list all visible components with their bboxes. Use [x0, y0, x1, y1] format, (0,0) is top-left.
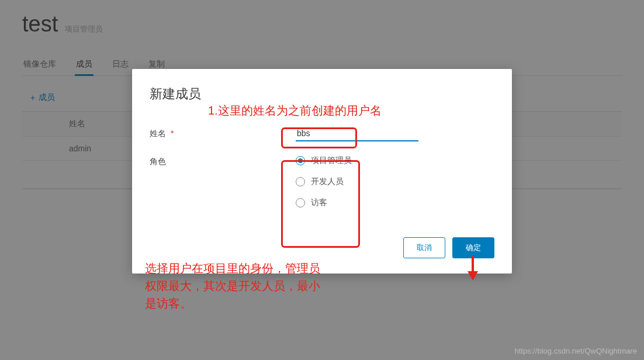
annotation-text-2: 选择用户在项目里的身份，管理员 权限最大，其次是开发人员，最小 是访客。 — [145, 259, 320, 312]
radio-label: 开发人员 — [311, 176, 344, 187]
modal-title: 新建成员 — [150, 85, 494, 103]
radio-developer[interactable]: 开发人员 — [296, 176, 494, 187]
watermark: https://blog.csdn.net/QwQNightmare — [514, 347, 637, 355]
name-label: 姓名 * — [150, 126, 296, 139]
radio-icon — [296, 156, 305, 165]
modal-overlay: 新建成员 姓名 * 角色 项目管理员 开发人员 — [0, 0, 644, 360]
name-input[interactable] — [296, 126, 418, 141]
annotation-text-1: 1.这里的姓名为之前创建的用户名 — [208, 103, 489, 119]
annotation-text-2-line3: 是访客。 — [145, 295, 320, 312]
form-row-name: 姓名 * — [150, 126, 494, 141]
radio-label: 访客 — [311, 198, 327, 208]
annotation-text-2-line1: 选择用户在项目里的身份，管理员 — [145, 259, 320, 277]
radio-icon — [296, 177, 305, 186]
radio-project-admin[interactable]: 项目管理员 — [296, 155, 494, 166]
radio-guest[interactable]: 访客 — [296, 198, 494, 208]
cancel-button[interactable]: 取消 — [403, 237, 445, 258]
annotation-text-2-line2: 权限最大，其次是开发人员，最小 — [145, 277, 320, 295]
required-asterisk: * — [171, 129, 174, 138]
role-label: 角色 — [150, 154, 296, 167]
role-radio-group: 项目管理员 开发人员 访客 — [296, 154, 494, 208]
new-member-modal: 新建成员 姓名 * 角色 项目管理员 开发人员 — [132, 69, 512, 274]
radio-label: 项目管理员 — [311, 155, 352, 166]
radio-icon — [296, 198, 305, 207]
svg-marker-1 — [468, 271, 478, 281]
modal-footer: 取消 确定 — [150, 237, 494, 258]
confirm-button[interactable]: 确定 — [452, 237, 494, 258]
form-row-role: 角色 项目管理员 开发人员 访客 — [150, 154, 494, 208]
name-label-text: 姓名 — [150, 129, 166, 138]
arrow-down-icon — [465, 255, 480, 285]
